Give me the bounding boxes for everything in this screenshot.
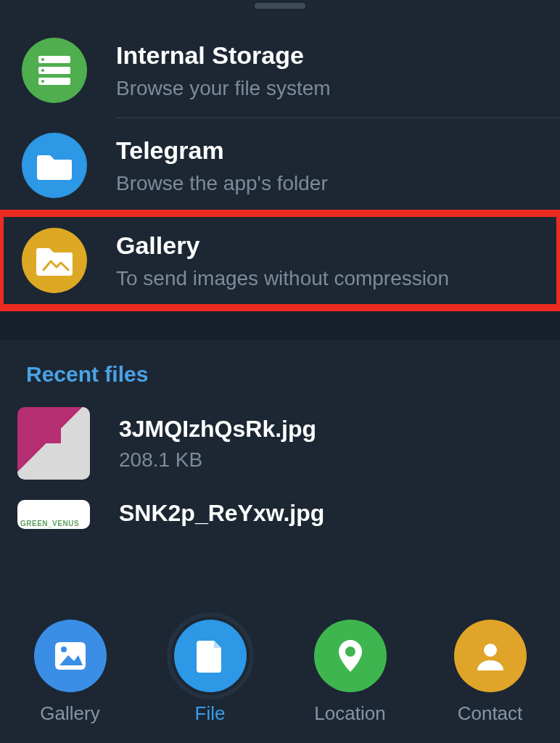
storage-item-title: Gallery [116,231,449,260]
file-picker-panel: Internal Storage Browse your file system… [0,0,560,743]
image-icon [34,620,107,692]
image-folder-icon [22,228,87,293]
file-thumbnail [17,500,90,529]
recent-file-text: 3JMQIzhQsRk.jpg 208.1 KB [119,416,316,472]
section-spacer [0,308,560,340]
svg-rect-6 [55,642,86,670]
storage-item-title: Telegram [116,136,328,165]
location-icon [314,620,387,692]
svg-point-9 [345,646,355,657]
storage-item-gallery[interactable]: Gallery To send images without compressi… [0,213,560,308]
storage-item-subtitle: Browse the app's folder [116,172,328,195]
recent-files-list: 3JMQIzhQsRk.jpg 208.1 KB SNK2p_ReYxw.jpg [0,401,560,535]
svg-point-10 [484,644,497,657]
tab-gallery[interactable]: Gallery [12,620,128,725]
tab-label: Contact [458,702,523,725]
storage-item-subtitle: Browse your file system [116,77,331,100]
svg-point-8 [61,646,67,652]
recent-file-text: SNK2p_ReYxw.jpg [119,500,324,527]
recent-file-size: 208.1 KB [119,448,316,472]
svg-point-4 [41,69,44,72]
drag-handle[interactable] [255,3,305,9]
attachment-tabbar: Gallery File Location [0,605,560,743]
tab-label: Gallery [40,702,99,725]
tab-file[interactable]: File [152,620,268,725]
storage-item-title: Internal Storage [116,41,331,70]
storage-item-text: Gallery To send images without compressi… [116,231,449,290]
recent-file-item[interactable]: SNK2p_ReYxw.jpg [0,485,560,535]
contact-icon [454,620,527,692]
storage-item-telegram[interactable]: Telegram Browse the app's folder [0,118,560,213]
tab-label: File [195,702,226,725]
tab-location[interactable]: Location [292,620,408,725]
storage-item-text: Telegram Browse the app's folder [116,136,328,195]
tab-contact[interactable]: Contact [432,620,548,725]
file-icon [174,620,247,692]
file-thumbnail [17,407,90,480]
storage-item-internal[interactable]: Internal Storage Browse your file system [0,23,560,118]
tab-label: Location [314,702,385,725]
storage-source-list: Internal Storage Browse your file system… [0,23,560,308]
folder-icon [22,133,87,198]
storage-item-subtitle: To send images without compression [116,267,449,290]
svg-point-3 [41,58,44,61]
recent-file-item[interactable]: 3JMQIzhQsRk.jpg 208.1 KB [0,401,560,485]
svg-point-5 [41,80,44,83]
storage-icon [22,38,87,103]
selection-ring-icon [167,612,254,699]
recent-files-header: Recent files [0,340,560,401]
storage-item-text: Internal Storage Browse your file system [116,41,331,100]
recent-file-name: 3JMQIzhQsRk.jpg [119,416,316,443]
recent-file-name: SNK2p_ReYxw.jpg [119,500,324,527]
